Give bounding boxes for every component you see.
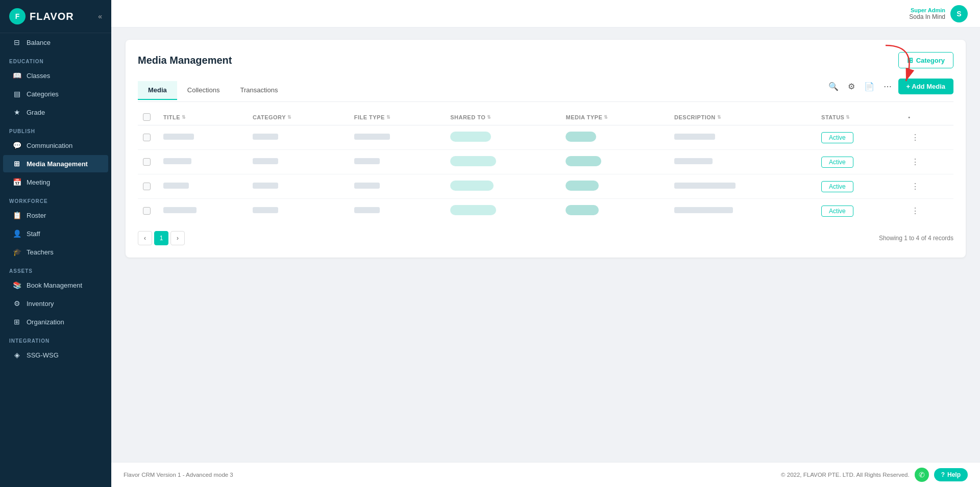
category-icon: ⊞ xyxy=(907,56,913,64)
sidebar-item-inventory[interactable]: ⚙ Inventory xyxy=(3,295,108,312)
sidebar-item-meeting[interactable]: 📅 Meeting xyxy=(3,173,108,191)
filter-icon: ⚙ xyxy=(848,82,855,91)
row-status: Active xyxy=(816,150,903,174)
page-area: Media Management ⊞ Category xyxy=(111,28,980,462)
sidebar-item-teachers[interactable]: 🎓 Teachers xyxy=(3,243,108,261)
row-checkbox-cell xyxy=(138,199,158,223)
records-count: Showing 1 to 4 of 4 records xyxy=(879,235,953,242)
row-title xyxy=(158,125,248,150)
sidebar-item-communication[interactable]: 💬 Communication xyxy=(3,137,108,154)
row-status: Active xyxy=(816,125,903,150)
prev-page-button[interactable]: ‹ xyxy=(138,231,152,245)
user-avatar: S xyxy=(950,5,968,22)
whatsapp-button[interactable]: ✆ xyxy=(915,468,929,482)
row-checkbox-cell xyxy=(138,125,158,150)
row-actions: ⋮ xyxy=(903,125,953,150)
tab-collections[interactable]: Collections xyxy=(177,81,230,100)
sidebar-item-grade[interactable]: ★ Grade xyxy=(3,104,108,121)
help-button[interactable]: ? Help xyxy=(934,468,968,481)
sidebar-item-media-management[interactable]: ⊞ Media Management xyxy=(3,155,108,172)
row-mediatype xyxy=(560,174,669,199)
sidebar-item-categories[interactable]: ▤ Categories xyxy=(3,85,108,102)
more-options-icon: ⋯ xyxy=(884,82,892,91)
row-more-button[interactable]: ⋮ xyxy=(908,156,922,168)
sidebar-section-assets: ASSETS xyxy=(0,261,111,276)
row-description xyxy=(669,174,816,199)
header-category: CATEGORY ⇅ xyxy=(248,109,349,125)
row-sharedto xyxy=(445,199,560,223)
sidebar-item-label: Organization xyxy=(27,318,64,326)
sort-icon: ⇅ xyxy=(182,115,186,120)
sidebar-item-label: Book Management xyxy=(27,281,82,289)
search-icon: 🔍 xyxy=(828,82,839,91)
sort-icon: ⇅ xyxy=(717,115,722,120)
row-checkbox[interactable] xyxy=(143,158,151,166)
header-title: TITLE ⇅ xyxy=(158,109,248,125)
export-icon: 📄 xyxy=(864,82,874,91)
sidebar-item-label: Staff xyxy=(27,230,40,238)
sidebar-item-classes[interactable]: 📖 Classes xyxy=(3,67,108,84)
header-shared-to: SHARED TO ⇅ xyxy=(445,109,560,125)
balance-icon: ⊟ xyxy=(12,38,21,46)
header-media-type: MEDIA TYPE ⇅ xyxy=(560,109,669,125)
table-row: Active ⋮ xyxy=(138,125,953,150)
sidebar-item-roster[interactable]: 📋 Roster xyxy=(3,207,108,224)
row-checkbox[interactable] xyxy=(143,134,151,141)
header-checkbox[interactable] xyxy=(143,113,151,121)
sidebar-collapse-icon[interactable]: « xyxy=(98,12,102,20)
row-sharedto xyxy=(445,150,560,174)
header-description: DESCRIPTION ⇅ xyxy=(669,109,816,125)
main-content: Super Admin Soda In Mind S Media Managem… xyxy=(111,0,980,487)
row-checkbox[interactable] xyxy=(143,183,151,190)
copyright-text: © 2022, FLAVOR PTE. LTD. All Rights Rese… xyxy=(781,472,910,478)
row-more-button[interactable]: ⋮ xyxy=(908,205,922,217)
table-toolbar: 🔍 ⚙ 📄 ⋯ + Add Media xyxy=(826,79,953,94)
row-status: Active xyxy=(816,199,903,223)
row-title xyxy=(158,199,248,223)
row-more-button[interactable]: ⋮ xyxy=(908,132,922,143)
category-button[interactable]: ⊞ Category xyxy=(898,52,953,68)
sidebar-item-book-management[interactable]: 📚 Book Management xyxy=(3,276,108,294)
meeting-icon: 📅 xyxy=(12,178,21,186)
more-options-button[interactable]: ⋯ xyxy=(881,79,894,94)
sidebar-item-organization[interactable]: ⊞ Organization xyxy=(3,313,108,330)
sidebar-section-publish: PUBLISH xyxy=(0,121,111,136)
grade-icon: ★ xyxy=(12,108,21,116)
tab-media[interactable]: Media xyxy=(138,81,177,100)
sidebar-item-staff[interactable]: 👤 Staff xyxy=(3,225,108,242)
row-more-button[interactable]: ⋮ xyxy=(908,181,922,192)
sort-icon: ⇅ xyxy=(487,115,492,120)
sidebar-item-label: Categories xyxy=(27,90,59,98)
row-mediatype xyxy=(560,199,669,223)
add-media-button[interactable]: + Add Media xyxy=(898,79,953,94)
categories-icon: ▤ xyxy=(12,90,21,98)
row-checkbox[interactable] xyxy=(143,207,151,215)
pagination-buttons: ‹ 1 › xyxy=(138,231,185,245)
next-page-button[interactable]: › xyxy=(170,231,185,245)
header-status: STATUS ⇅ xyxy=(816,109,903,125)
export-button[interactable]: 📄 xyxy=(862,79,877,94)
row-category xyxy=(248,199,349,223)
user-role: Super Admin xyxy=(909,7,945,13)
sort-icon: ⇅ xyxy=(604,115,608,120)
user-org: Soda In Mind xyxy=(909,13,945,20)
sort-icon: ⇅ xyxy=(386,115,391,120)
table-header: TITLE ⇅ CATEGORY ⇅ FILE TYPE ⇅ SHARED TO… xyxy=(138,109,953,125)
organization-icon: ⊞ xyxy=(12,318,21,326)
user-info: Super Admin Soda In Mind xyxy=(909,7,945,20)
media-table: TITLE ⇅ CATEGORY ⇅ FILE TYPE ⇅ SHARED TO… xyxy=(138,109,953,223)
whatsapp-icon: ✆ xyxy=(919,471,925,479)
media-management-icon: ⊞ xyxy=(12,160,21,168)
filter-button[interactable]: ⚙ xyxy=(845,79,857,94)
sidebar-item-ssg-wsg[interactable]: ◈ SSG-WSG xyxy=(3,346,108,364)
sort-icon: ⇅ xyxy=(846,115,850,120)
row-actions: ⋮ xyxy=(903,174,953,199)
sidebar-item-balance[interactable]: ⊟ Balance xyxy=(3,34,108,51)
table-row: Active ⋮ xyxy=(138,174,953,199)
search-button[interactable]: 🔍 xyxy=(826,79,841,94)
page-1-button[interactable]: 1 xyxy=(154,231,168,245)
sidebar-item-label: Meeting xyxy=(27,178,50,186)
row-filetype xyxy=(349,150,446,174)
sidebar-item-label: SSG-WSG xyxy=(27,351,59,359)
tab-transactions[interactable]: Transactions xyxy=(230,81,288,100)
